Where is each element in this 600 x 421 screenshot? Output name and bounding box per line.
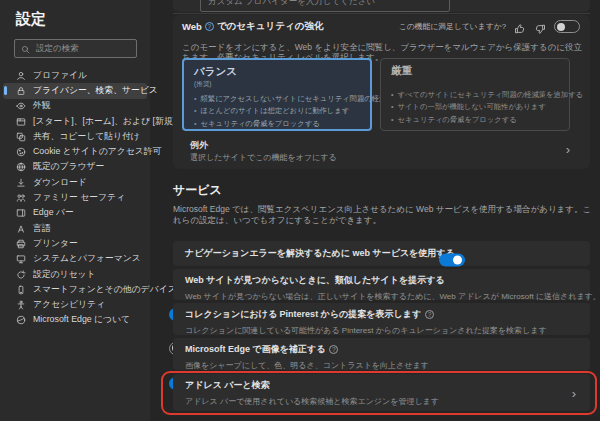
sidebar-item-label: アクセシビリティ xyxy=(33,299,105,311)
info-icon[interactable]: ? xyxy=(329,345,338,354)
search-icon xyxy=(21,40,30,58)
section-divider xyxy=(173,13,590,14)
service-row-title: ナビゲーションエラーを解決するために web サービスを使用する xyxy=(185,247,455,260)
service-row-title: コレクションにおける Pinterest からの提案を表示します? xyxy=(185,308,590,321)
service-row-pinterest-suggestions[interactable]: コレクションにおける Pinterest からの提案を表示します?コレクションに… xyxy=(173,303,590,335)
settings-sidebar: 設定 設定の検索 プロファイルプライバシー、検索、サービス外観[スタート]、[ホ… xyxy=(0,0,150,421)
sidebar-item-label: スマートフォンとその他のデバイス xyxy=(33,284,177,296)
exceptions-title: 例外 xyxy=(190,139,208,152)
sidebar-item-label: プロファイル xyxy=(33,70,87,82)
sidebar-item-label: ファミリー セーフティ xyxy=(33,192,125,204)
service-row-navigation-error[interactable]: ナビゲーションエラーを解決するために web サービスを使用する xyxy=(173,241,590,266)
sidebar-nav: プロファイルプライバシー、検索、サービス外観[スタート]、[ホーム]、および [… xyxy=(0,64,150,328)
sidebar-item-label: Edge バー xyxy=(33,207,74,219)
service-row-title-text: アドレス バーと検索 xyxy=(185,379,270,392)
settings-page-title: 設定 xyxy=(0,0,150,29)
sidebar-item-label: Cookie とサイトのアクセス許可 xyxy=(33,146,161,158)
security-level-strict-card[interactable]: 厳重 すべてのサイトにセキュリティ問題の軽減策を追加する サイトの一部が機能しな… xyxy=(380,58,570,131)
strict-bullet: サイトの一部が機能しない可能性があります xyxy=(391,101,559,113)
sidebar-item-label: 共有、コピーして貼り付け xyxy=(33,131,140,143)
service-row-title-text: Microsoft Edge で画像を補正する xyxy=(185,343,325,356)
feedback-question: この機能に満足していますか? xyxy=(399,21,506,32)
search-placeholder: 設定の検索 xyxy=(36,43,79,55)
sidebar-item-label: [スタート]、[ホーム]、および [新規] タブ xyxy=(33,116,195,128)
exceptions-row[interactable]: 例外 選択したサイトでこの機能をオフにする › xyxy=(173,136,590,169)
info-icon[interactable]: ? xyxy=(425,310,434,319)
sidebar-item-label: ダウンロード xyxy=(33,177,87,189)
settings-search-box[interactable]: 設定の検索 xyxy=(14,39,137,58)
sidebar-item-label: システムとパフォーマンス xyxy=(33,253,141,265)
security-title-prefix: Web xyxy=(182,21,202,32)
security-section-header: Web ? でのセキュリティの強化 この機能に満足していますか? xyxy=(182,20,580,33)
custom-provider-placeholder: カスタム プロバイダーを入力してください xyxy=(208,0,375,8)
service-row-address-bar-search[interactable]: アドレス バーと検索アドレス バーで使用されている検索候補と検索エンジンを管理し… xyxy=(173,374,590,411)
previous-section-card: カスタム プロバイダーを入力してください xyxy=(173,0,590,12)
web-security-section: Web ? でのセキュリティの強化 この機能に満足していますか? このモードをオ… xyxy=(173,15,590,169)
strict-bullet: セキュリティの脅威をブロックする xyxy=(391,114,559,126)
sidebar-item-label: 言語 xyxy=(33,223,51,235)
sidebar-item-label: プリンター xyxy=(33,238,78,250)
toggle-knob xyxy=(453,255,462,264)
sidebar-item-label: 外観 xyxy=(33,100,51,112)
sidebar-item-label: Microsoft Edge について xyxy=(33,314,130,326)
toggle-knob xyxy=(557,23,565,31)
help-info-icon[interactable]: ? xyxy=(205,22,214,31)
services-section-description: Microsoft Edge では、閲覧エクスペリエンス向上させるために Web… xyxy=(173,204,592,226)
service-row-subtitle: コレクションに関連している可能性がある Pinterest からのキュレーション… xyxy=(185,325,590,336)
thumbs-down-icon[interactable] xyxy=(534,21,546,33)
balanced-bullets: 頻繁にアクセスしないサイトにセキュリティ問題の軽減策を追加する ほとんどのサイト… xyxy=(194,93,360,130)
service-row-similar-sites[interactable]: Web サイトが見つからないときに、類似したサイトを提示するWeb サイトが見つ… xyxy=(173,269,590,300)
balanced-bullet: 頻繁にアクセスしないサイトにセキュリティ問題の軽減策を追加する xyxy=(194,93,360,105)
selected-item-indicator xyxy=(4,86,7,95)
edge-settings-window: 設定 設定の検索 プロファイルプライバシー、検索、サービス外観[スタート]、[ホ… xyxy=(0,0,600,421)
service-row-enhance-images[interactable]: Microsoft Edge で画像を補正する?画像をシャープにして、色、明るさ… xyxy=(173,338,590,370)
balanced-bullet: セキュリティの脅威をブロックする xyxy=(194,118,360,130)
sidebar-item-label: 既定のブラウザー xyxy=(33,161,104,173)
sidebar-item-label: プライバシー、検索、サービス xyxy=(33,85,158,97)
edge-logo-icon xyxy=(16,311,26,329)
sidebar-item-about-edge[interactable]: Microsoft Edge について xyxy=(3,313,147,328)
exceptions-subtitle: 選択したサイトでこの機能をオフにする xyxy=(190,152,337,163)
service-row-subtitle: 画像をシャープにして、色、明るさ、コントラストを向上させます xyxy=(185,360,590,371)
strict-bullets: すべてのサイトにセキュリティ問題の軽減策を追加する サイトの一部が機能しない可能… xyxy=(391,89,559,126)
strict-bullet: すべてのサイトにセキュリティ問題の軽減策を追加する xyxy=(391,89,559,101)
security-section-title: Web ? でのセキュリティの強化 xyxy=(182,20,323,33)
custom-provider-input[interactable]: カスタム プロバイダーを入力してください xyxy=(200,0,450,12)
sidebar-item-label: 設定のリセット xyxy=(33,269,96,281)
balanced-recommended-badge: (推奨) xyxy=(194,80,360,89)
security-level-balanced-card[interactable]: バランス (推奨) 頻繁にアクセスしないサイトにセキュリティ問題の軽減策を追加す… xyxy=(182,58,372,131)
security-feature-toggle[interactable] xyxy=(554,20,580,33)
balanced-title: バランス xyxy=(194,65,360,79)
toggle-switch-on[interactable] xyxy=(439,253,465,266)
service-row-title-text: ナビゲーションエラーを解決するために web サービスを使用する xyxy=(185,247,455,260)
service-row-title: アドレス バーと検索 xyxy=(185,379,590,392)
service-row-title: Web サイトが見つからないときに、類似したサイトを提示する xyxy=(185,274,590,287)
service-row-title-text: Web サイトが見つからないときに、類似したサイトを提示する xyxy=(185,274,445,287)
security-title-suffix: でのセキュリティの強化 xyxy=(217,20,324,33)
chevron-right-icon: › xyxy=(566,143,570,156)
service-row-subtitle: アドレス バーで使用されている検索候補と検索エンジンを管理します xyxy=(185,396,590,407)
thumbs-up-icon[interactable] xyxy=(514,21,526,33)
services-section-title: サービス xyxy=(173,182,222,199)
feedback-cluster: この機能に満足していますか? xyxy=(399,20,580,33)
service-row-title-text: コレクションにおける Pinterest からの提案を表示します xyxy=(185,308,421,321)
chevron-right-icon: › xyxy=(572,386,576,399)
service-row-title: Microsoft Edge で画像を補正する? xyxy=(185,343,590,356)
strict-title: 厳重 xyxy=(391,64,559,78)
balanced-bullet: ほとんどのサイトは想定どおりに動作します xyxy=(194,105,360,117)
service-row-subtitle: Web サイトが見つからない場合は、正しいサイトを検索するために、Web アドレ… xyxy=(185,291,590,302)
